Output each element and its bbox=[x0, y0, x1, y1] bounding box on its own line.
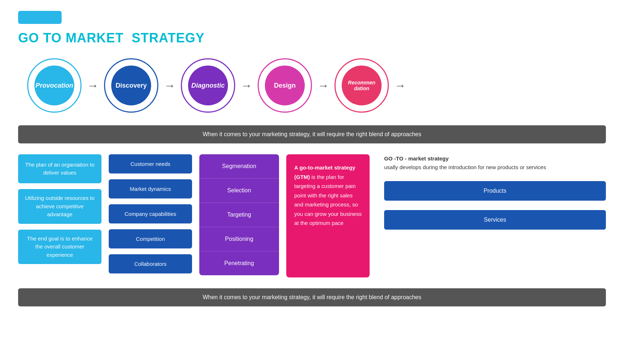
circle-discovery: Discovery bbox=[102, 57, 160, 114]
circle-provocation: Provocation bbox=[25, 57, 83, 114]
gtm-subtitle: usally develops during the introduction … bbox=[384, 164, 546, 170]
col1: The plan of an organiation to deliver va… bbox=[18, 154, 101, 264]
col2: Customer needs Market dynamics Company c… bbox=[109, 154, 192, 273]
col1-box-3: The end goal is to enhance the overall c… bbox=[18, 230, 101, 264]
purple-item-4: Positioning bbox=[199, 227, 279, 251]
process-item-discovery: Discovery bbox=[102, 57, 160, 114]
arrow-1: → bbox=[87, 79, 99, 92]
bottom-banner: When it comes to your marketing strategy… bbox=[18, 288, 606, 306]
gtm-title: GO -TO - market strategy bbox=[384, 155, 449, 162]
col4-magenta: A go-to-market strategy (GTM) is the pla… bbox=[286, 154, 370, 277]
process-row: Provocation → Discovery → Diagnostic bbox=[18, 57, 606, 114]
circle-diagnostic: Diagnostic bbox=[179, 57, 237, 114]
circle-design: Design bbox=[256, 57, 314, 114]
circle-outer-discovery bbox=[104, 58, 158, 113]
circle-recommendation: Recommen dation bbox=[333, 57, 391, 114]
page-wrapper: GO TO MARKET STRATEGY Provocation → Disc… bbox=[0, 0, 624, 317]
col5-right: GO -TO - market strategy usally develops… bbox=[377, 154, 606, 230]
content-grid: The plan of an organiation to deliver va… bbox=[18, 154, 606, 277]
process-item-diagnostic: Diagnostic bbox=[179, 57, 237, 114]
circle-outer-recommendation bbox=[334, 58, 389, 113]
arrow-4: → bbox=[317, 79, 329, 92]
purple-item-2: Selection bbox=[199, 179, 279, 203]
gtm-description: GO -TO - market strategy usally develops… bbox=[384, 154, 606, 172]
header-bar bbox=[18, 11, 62, 24]
process-item-recommendation: Recommen dation bbox=[333, 57, 391, 114]
arrow-3: → bbox=[241, 79, 252, 92]
btn-competition[interactable]: Competition bbox=[109, 229, 192, 248]
services-button[interactable]: Services bbox=[384, 210, 606, 230]
purple-item-5: Penetrating bbox=[199, 251, 279, 275]
top-banner: When it comes to your marketing strategy… bbox=[18, 125, 606, 143]
btn-market-dynamics[interactable]: Market dynamics bbox=[109, 179, 192, 198]
process-item-design: Design bbox=[256, 57, 314, 114]
circle-outer-provocation bbox=[27, 58, 82, 113]
arrow-5: → bbox=[394, 79, 406, 92]
circle-outer-design bbox=[258, 58, 312, 113]
col3-purple: Segmenation Selection Targeting Position… bbox=[199, 154, 279, 275]
products-button[interactable]: Products bbox=[384, 181, 606, 201]
page-title: GO TO MARKET STRATEGY bbox=[18, 30, 606, 46]
circle-outer-diagnostic bbox=[181, 58, 235, 113]
col1-box-2: Utilizing outside resources to achieve c… bbox=[18, 189, 101, 224]
process-item-provocation: Provocation bbox=[25, 57, 83, 114]
btn-customer-needs[interactable]: Customer needs bbox=[109, 154, 192, 173]
col1-box-1: The plan of an organiation to deliver va… bbox=[18, 154, 101, 183]
purple-item-1: Segmenation bbox=[199, 154, 279, 179]
col4-rest-text: is the plan for targeting a customer pai… bbox=[294, 174, 362, 226]
title-main: GO TO MARKET bbox=[18, 30, 124, 45]
title-accent: STRATEGY bbox=[132, 30, 204, 45]
btn-collaborators[interactable]: Collaborators bbox=[109, 254, 192, 273]
btn-company-capabilities[interactable]: Company capabilities bbox=[109, 204, 192, 223]
purple-item-3: Targeting bbox=[199, 203, 279, 227]
arrow-2: → bbox=[164, 79, 175, 92]
